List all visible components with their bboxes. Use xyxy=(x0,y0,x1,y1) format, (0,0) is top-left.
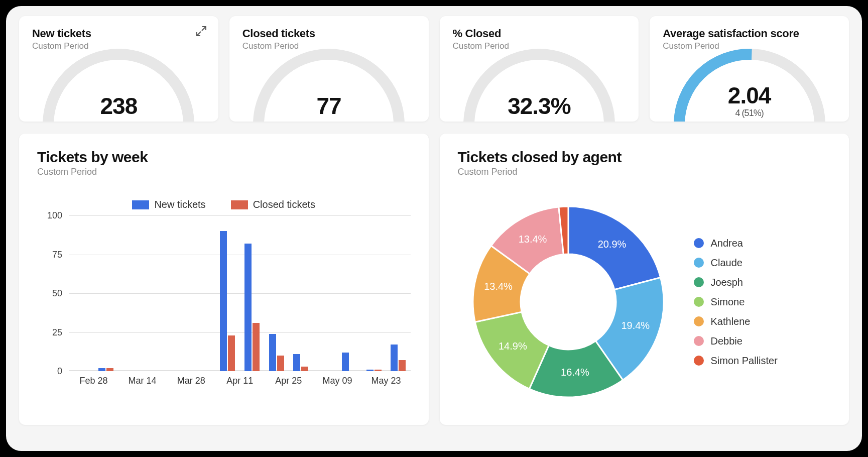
donut-legend-item: Joesph xyxy=(694,277,831,288)
bar-group xyxy=(386,215,411,371)
x-tick: Apr 25 xyxy=(264,376,313,386)
x-tick: May 09 xyxy=(313,376,361,386)
gauge-card-new-tickets[interactable]: New tickets Custom Period 238 xyxy=(19,16,218,122)
bar-new xyxy=(366,370,374,371)
bar-chart-card[interactable]: Tickets by week Custom Period New ticket… xyxy=(19,134,429,425)
donut-legend-item: Andrea xyxy=(694,238,831,249)
gauge-card-satisfaction[interactable]: Average satisfaction score Custom Period… xyxy=(650,16,849,122)
donut-slice-label: 13.4% xyxy=(484,281,513,292)
bar-new xyxy=(342,353,349,371)
legend-label: Claude xyxy=(711,257,742,269)
bar-new xyxy=(269,334,276,371)
gauge-title: New tickets xyxy=(32,27,205,40)
y-tick: 0 xyxy=(37,366,62,377)
gauge-title: Closed tickets xyxy=(242,27,416,40)
donut-legend-item: Kathlene xyxy=(694,316,831,327)
gauge-title: Average satisfaction score xyxy=(663,27,836,40)
bar-group xyxy=(118,215,143,371)
bar-group xyxy=(69,215,94,371)
donut-chart: 20.9%19.4%16.4%14.9%13.4%13.4% AndreaCla… xyxy=(458,194,831,410)
x-tick: May 23 xyxy=(361,376,410,386)
bar-group xyxy=(143,215,167,371)
expand-icon[interactable] xyxy=(195,25,207,37)
bar-group xyxy=(289,215,313,371)
gauge-arc: 32.3% xyxy=(459,44,619,122)
x-tick: Apr 11 xyxy=(215,376,264,386)
donut-slice-label: 20.9% xyxy=(597,239,626,250)
legend-label: Joesph xyxy=(711,277,743,288)
gauge-card-pct-closed[interactable]: % Closed Custom Period 32.3% xyxy=(440,16,639,122)
bar-group xyxy=(264,215,289,371)
donut-slice-label: 19.4% xyxy=(621,320,650,331)
app-frame: New tickets Custom Period 238 Closed tic… xyxy=(0,0,868,457)
bar-chart: New tickets Closed tickets 0255075100Feb… xyxy=(37,199,411,410)
donut-slice-label: 13.4% xyxy=(518,234,547,245)
legend-label: New tickets xyxy=(154,199,205,210)
charts-row: Tickets by week Custom Period New ticket… xyxy=(19,134,849,425)
bar-closed xyxy=(375,370,382,371)
bar-closed xyxy=(253,323,260,371)
chart-period: Custom Period xyxy=(458,167,831,177)
y-tick: 50 xyxy=(37,288,62,299)
dashboard-panel: New tickets Custom Period 238 Closed tic… xyxy=(6,6,862,451)
bar-new xyxy=(98,368,105,371)
donut-slice-label: 14.9% xyxy=(498,340,527,352)
bar-plot: 0255075100Feb 28Mar 14Mar 28Apr 11Apr 25… xyxy=(37,215,411,386)
x-labels: Feb 28Mar 14Mar 28Apr 11Apr 25May 09May … xyxy=(69,376,411,386)
bar-group xyxy=(240,215,265,371)
bar-group xyxy=(215,215,240,371)
gauge-arc: 77 xyxy=(249,44,409,122)
legend-dot xyxy=(694,336,704,346)
legend-label: Kathlene xyxy=(711,316,751,327)
chart-title: Tickets by week xyxy=(37,149,411,166)
bar-new xyxy=(244,244,252,371)
y-tick: 100 xyxy=(37,210,62,221)
bar-group xyxy=(337,215,362,371)
gauge-title: % Closed xyxy=(453,27,626,40)
bar-groups xyxy=(69,215,411,371)
legend-dot xyxy=(694,297,704,307)
legend-closed-tickets: Closed tickets xyxy=(231,199,316,210)
gauge-value: 32.3% xyxy=(459,92,619,119)
chart-title: Tickets closed by agent xyxy=(458,149,831,166)
bar-new xyxy=(293,354,300,371)
legend-swatch-orange xyxy=(231,200,248,209)
gauge-value: 2.04 4 (51%) xyxy=(669,82,830,119)
gauge-card-closed-tickets[interactable]: Closed tickets Custom Period 77 xyxy=(229,16,429,122)
y-tick: 25 xyxy=(37,327,62,337)
bar-legend: New tickets Closed tickets xyxy=(37,199,411,210)
gauge-arc: 2.04 4 (51%) xyxy=(669,44,830,122)
legend-dot xyxy=(694,277,704,287)
x-tick: Mar 14 xyxy=(118,376,167,386)
bar-new xyxy=(391,345,398,371)
gauge-arc: 238 xyxy=(38,44,199,122)
legend-label: Simon Pallister xyxy=(711,355,778,367)
donut-legend: AndreaClaudeJoesphSimoneKathleneDebbieSi… xyxy=(679,238,831,367)
bar-closed xyxy=(399,360,406,371)
y-tick: 75 xyxy=(37,249,62,260)
legend-dot xyxy=(694,356,704,366)
gauge-value: 238 xyxy=(38,92,199,119)
donut-legend-item: Simone xyxy=(694,296,831,308)
bar-group xyxy=(313,215,337,371)
legend-dot xyxy=(694,316,704,326)
bar-closed xyxy=(301,367,308,371)
legend-new-tickets: New tickets xyxy=(132,199,205,210)
bar-group xyxy=(361,215,386,371)
donut-slice-label: 16.4% xyxy=(561,367,589,378)
bar-group xyxy=(167,215,191,371)
donut-legend-item: Simon Pallister xyxy=(694,355,831,367)
bar-new xyxy=(220,231,227,371)
donut-legend-item: Claude xyxy=(694,257,831,269)
gauge-row: New tickets Custom Period 238 Closed tic… xyxy=(19,16,849,122)
bar-closed xyxy=(106,368,113,371)
legend-label: Simone xyxy=(711,296,745,308)
x-tick: Feb 28 xyxy=(69,376,118,386)
bar-group xyxy=(191,215,216,371)
donut-legend-item: Debbie xyxy=(694,335,831,347)
legend-label: Andrea xyxy=(711,238,743,249)
x-tick: Mar 28 xyxy=(167,376,215,386)
bar-group xyxy=(94,215,118,371)
donut-chart-card[interactable]: Tickets closed by agent Custom Period 20… xyxy=(440,134,849,425)
chart-period: Custom Period xyxy=(37,167,411,177)
